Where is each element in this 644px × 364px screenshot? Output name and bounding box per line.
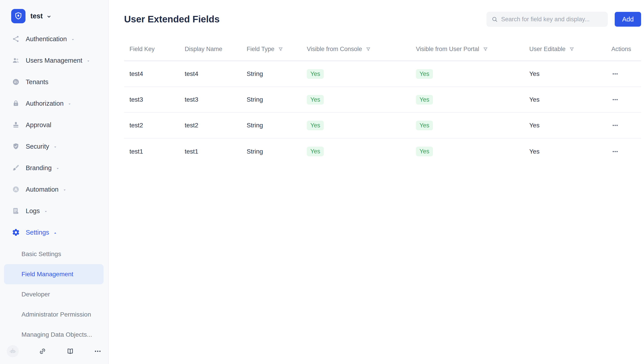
assistant-robot-button[interactable] xyxy=(7,345,19,357)
chevron-down-icon xyxy=(67,102,72,107)
sidebar-subitem-basic-settings[interactable]: Basic Settings xyxy=(0,244,108,264)
sidebar-item-label: Approval xyxy=(26,121,51,129)
sidebar-subitem-label: Basic Settings xyxy=(22,251,61,258)
col-header-display-name: Display Name xyxy=(185,46,247,53)
chevron-down-icon xyxy=(62,188,67,193)
workspace-switcher[interactable]: test xyxy=(0,0,108,23)
cell-visible-from-console: Yes xyxy=(307,69,416,79)
col-header-label: Visible from User Portal xyxy=(416,46,479,53)
sidebar-item-security[interactable]: Security xyxy=(0,136,108,157)
col-header-label: Actions xyxy=(611,46,631,53)
sidebar-item-automation[interactable]: Automation xyxy=(0,179,108,200)
cell-actions xyxy=(611,70,641,78)
gear-icon xyxy=(12,228,20,236)
chevron-down-icon xyxy=(86,59,91,64)
chevron-down-icon xyxy=(44,209,48,214)
cell-user-editable: Yes xyxy=(529,122,611,129)
cell-display-name: test2 xyxy=(185,122,247,129)
page-header: User Extended Fields Add xyxy=(124,12,641,27)
cell-visible-from-console: Yes xyxy=(307,147,416,156)
share-icon xyxy=(12,35,20,43)
sidebar-item-label: Users Management xyxy=(26,57,82,64)
add-button[interactable]: Add xyxy=(615,12,641,27)
status-badge: Yes xyxy=(416,121,433,130)
cell-field-type: String xyxy=(247,122,307,129)
sidebar-subitem-label: Field Management xyxy=(22,271,73,278)
sidebar-nav: AuthenticationUsers ManagementTenantsAut… xyxy=(0,28,108,243)
sidebar-item-label: Automation xyxy=(26,186,58,193)
automation-icon xyxy=(12,185,20,194)
row-actions-button[interactable] xyxy=(611,148,620,155)
chevron-down-icon xyxy=(53,145,58,149)
cell-visible-from-user-portal: Yes xyxy=(416,121,529,130)
sidebar-item-settings[interactable]: Settings xyxy=(0,222,108,243)
sidebar: test AuthenticationUsers ManagementTenan… xyxy=(0,0,109,364)
sidebar-item-authentication[interactable]: Authentication xyxy=(0,28,108,50)
brand-name: test xyxy=(30,12,43,20)
col-header-label: User Editable xyxy=(529,46,566,53)
col-header-label: Field Type xyxy=(247,46,274,53)
col-header-label: Display Name xyxy=(185,46,222,53)
cell-actions xyxy=(611,122,641,129)
status-badge: Yes xyxy=(307,147,324,156)
sidebar-subitem-managing-data-objects[interactable]: Managing Data Objects... xyxy=(0,325,108,345)
filter-icon[interactable] xyxy=(569,47,574,52)
cell-user-editable: Yes xyxy=(529,148,611,155)
chevron-down-icon xyxy=(70,37,75,42)
col-header-label: Field Key xyxy=(130,46,155,53)
cell-visible-from-console: Yes xyxy=(307,121,416,130)
cell-display-name: test1 xyxy=(185,148,247,155)
cell-visible-from-user-portal: Yes xyxy=(416,69,529,79)
sidebar-subitem-label: Managing Data Objects... xyxy=(22,331,92,338)
table-header: Field KeyDisplay NameField TypeVisible f… xyxy=(124,38,641,61)
sidebar-subitem-label: Developer xyxy=(22,291,50,298)
cell-field-type: String xyxy=(247,70,307,77)
sidebar-subitem-field-management[interactable]: Field Management xyxy=(4,264,104,284)
sidebar-subitem-label: Administrator Permission xyxy=(22,311,91,318)
status-badge: Yes xyxy=(416,147,433,156)
cell-field-key: test3 xyxy=(130,96,185,103)
cell-field-key: test4 xyxy=(130,70,185,77)
row-actions-button[interactable] xyxy=(611,96,620,103)
sidebar-subitem-developer[interactable]: Developer xyxy=(0,284,108,304)
cell-user-editable: Yes xyxy=(529,96,611,103)
sidebar-item-tenants[interactable]: Tenants xyxy=(0,71,108,93)
sidebar-item-authorization[interactable]: Authorization xyxy=(0,93,108,114)
sidebar-item-branding[interactable]: Branding xyxy=(0,157,108,179)
status-badge: Yes xyxy=(307,69,324,79)
docs-book-icon[interactable] xyxy=(66,347,74,355)
sidebar-item-approval[interactable]: Approval xyxy=(0,114,108,136)
sidebar-subitem-administrator-permission[interactable]: Administrator Permission xyxy=(0,304,108,325)
more-icon[interactable] xyxy=(94,347,102,355)
shield-check-icon xyxy=(12,142,20,150)
sidebar-item-label: Authorization xyxy=(26,100,64,107)
sidebar-subnav: Basic SettingsField ManagementDeveloperA… xyxy=(0,244,108,345)
table-row: test2test2StringYesYesYes xyxy=(124,113,641,139)
tenant-icon xyxy=(12,78,20,86)
sidebar-item-label: Logs xyxy=(26,207,40,215)
cell-actions xyxy=(611,148,641,155)
users-icon xyxy=(12,56,20,65)
cell-display-name: test4 xyxy=(185,70,247,77)
stamp-icon xyxy=(12,121,20,129)
table-row: test1test1StringYesYesYes xyxy=(124,139,641,164)
filter-icon[interactable] xyxy=(366,47,371,52)
status-badge: Yes xyxy=(307,95,324,105)
chevron-down-icon xyxy=(46,14,52,20)
col-header-visible-from-console: Visible from Console xyxy=(307,46,416,53)
row-actions-button[interactable] xyxy=(611,122,620,129)
link-icon[interactable] xyxy=(39,347,46,355)
col-header-label: Visible from Console xyxy=(307,46,362,53)
sidebar-item-logs[interactable]: Logs xyxy=(0,200,108,222)
search-input[interactable] xyxy=(501,16,603,23)
page-title: User Extended Fields xyxy=(124,14,220,25)
filter-icon[interactable] xyxy=(483,47,488,52)
row-actions-button[interactable] xyxy=(611,70,620,78)
brand-shield-icon xyxy=(11,9,26,23)
status-badge: Yes xyxy=(416,69,433,79)
filter-icon[interactable] xyxy=(278,47,283,52)
sidebar-item-label: Branding xyxy=(26,164,52,172)
brush-icon xyxy=(12,164,20,172)
sidebar-item-users-management[interactable]: Users Management xyxy=(0,50,108,71)
cell-field-type: String xyxy=(247,96,307,103)
